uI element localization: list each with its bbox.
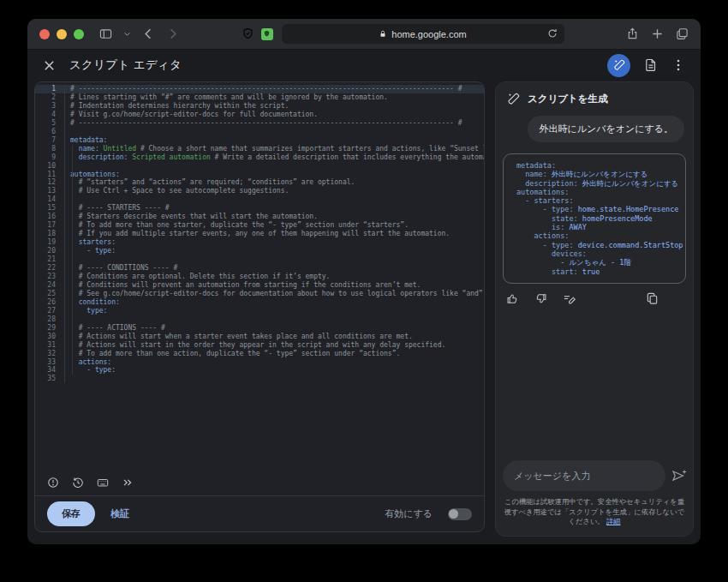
enable-toggle[interactable] (448, 508, 472, 520)
code-text (65, 162, 75, 171)
line-number: 29 (35, 324, 64, 333)
copy-icon[interactable] (646, 292, 659, 305)
line-number: 35 (35, 375, 64, 383)
code-line: start: true (511, 267, 677, 276)
code-line: 4# Visit g.co/home/script-editor-docs fo… (35, 111, 484, 119)
assistant-header: スクリプトを生成 (496, 82, 693, 111)
code-text: # Actions will start when a starter even… (65, 333, 413, 341)
close-icon[interactable] (43, 59, 56, 72)
code-line: automations: (511, 188, 677, 196)
code-text: # ---- CONDITIONS ---- # (65, 264, 177, 273)
code-line: 28 (35, 315, 484, 324)
code-text: - type: home.state.HomePresence (511, 205, 678, 213)
code-text (65, 255, 75, 264)
back-icon[interactable] (142, 27, 155, 40)
shield-icon[interactable] (242, 27, 254, 40)
editor-footer: 保存 検証 有効にする (35, 496, 484, 531)
line-number: 7 (35, 136, 64, 145)
line-number: 22 (35, 264, 64, 273)
lock-icon (379, 29, 387, 39)
code-line: 32 # To add more than one action, duplic… (35, 350, 484, 358)
code-line: 5# -------------------------------------… (35, 119, 484, 128)
indent-guide (72, 145, 73, 375)
code-line: 24 # Conditions will prevent an automati… (35, 281, 484, 290)
spacer (496, 305, 693, 460)
save-button[interactable]: 保存 (47, 501, 95, 526)
keyboard-icon[interactable] (97, 477, 109, 489)
code-text: automations: (511, 188, 569, 196)
disclaimer-body: この機能は試験運用中です。安全性やセキュリティを重視すべき用途では「スクリプトを… (504, 497, 685, 525)
address-area: home.google.com (179, 24, 626, 44)
code-text: # Conditions will prevent an automation … (65, 281, 421, 290)
editor-toolbar (35, 470, 484, 495)
line-number: 14 (35, 195, 64, 204)
send-spark-icon[interactable] (671, 468, 687, 483)
thumb-down-icon[interactable] (534, 292, 547, 305)
code-line: 13 # Use Ctrl + Space to see autocomplet… (35, 187, 484, 195)
line-number: 1 (35, 85, 64, 93)
message-input[interactable] (503, 460, 665, 491)
toolbar-right (626, 27, 689, 40)
code-line: 29 # ---- ACTIONS ---- # (35, 324, 484, 333)
code-text (65, 195, 75, 204)
line-number: 3 (35, 102, 64, 111)
url-bar[interactable]: home.google.com (282, 24, 564, 44)
code-line: 12 # “starters” and “actions” are requir… (35, 178, 484, 187)
generate-script-button[interactable] (607, 54, 630, 77)
code-text: name: Untitled # Choose a short name tha… (65, 145, 484, 153)
code-line: 35 (35, 375, 484, 383)
code-line: 19 starters: (35, 238, 484, 247)
code-text: automations: (65, 171, 120, 179)
code-line: description: 外出時にルンバをオンにする (511, 179, 677, 188)
line-number: 20 (35, 247, 64, 255)
minimize-window-button[interactable] (57, 29, 67, 39)
code-text: metadata: (511, 161, 556, 170)
line-number: 28 (35, 315, 64, 324)
page-title: スクリプト エディタ (69, 57, 182, 73)
app-header: スクリプト エディタ (27, 50, 701, 81)
code-text: # Indentation determines hierarchy withi… (65, 102, 289, 111)
chevron-down-icon[interactable] (123, 27, 131, 40)
zoom-window-button[interactable] (74, 29, 84, 39)
tabs-icon[interactable] (676, 27, 689, 40)
document-icon[interactable] (644, 58, 658, 72)
edit-note-icon[interactable] (563, 292, 576, 305)
learn-more-link[interactable]: 詳細 (606, 517, 621, 525)
close-window-button[interactable] (39, 29, 50, 39)
new-tab-icon[interactable] (651, 27, 664, 40)
error-circle-icon[interactable] (47, 477, 59, 489)
code-line: 3# Indentation determines hierarchy with… (35, 102, 484, 111)
double-chevron-icon[interactable] (122, 477, 134, 489)
code-line: 33 actions: (35, 358, 484, 367)
line-number: 11 (35, 171, 64, 179)
code-line: 34 - type: (35, 366, 484, 375)
code-text: # To add more than one starter, duplicat… (65, 221, 409, 230)
code-text: state: homePresenceMode (511, 214, 653, 223)
code-line: 30 # Actions will start when a starter e… (35, 333, 484, 341)
line-number: 15 (35, 204, 64, 213)
traffic-lights (39, 29, 84, 39)
history-icon[interactable] (72, 477, 84, 489)
green-shield-badge[interactable] (261, 28, 273, 40)
code-text: condition: (65, 298, 120, 307)
validate-button[interactable]: 検証 (110, 507, 129, 520)
share-icon[interactable] (626, 27, 639, 40)
code-line: 7metadata: (35, 136, 484, 145)
code-line: 10 (35, 162, 484, 171)
code-text: start: true (511, 267, 600, 276)
line-number: 32 (35, 350, 64, 358)
line-number: 24 (35, 281, 64, 290)
code-text (65, 128, 75, 136)
kebab-menu-icon[interactable] (671, 58, 685, 72)
user-message-bubble: 外出時にルンバをオンにする。 (528, 116, 684, 142)
code-line: 27 type: (35, 307, 484, 315)
chat-row: 外出時にルンバをオンにする。 (496, 111, 693, 142)
code-editor[interactable]: 1# -------------------------------------… (35, 82, 484, 470)
code-line: 22 # ---- CONDITIONS ---- # (35, 264, 484, 273)
reload-icon[interactable] (546, 27, 558, 39)
code-text: # See g.co/home/script-editor-docs for d… (65, 290, 484, 298)
line-number: 27 (35, 307, 64, 315)
sidebar-icon[interactable] (99, 27, 112, 40)
code-line: 14 (35, 195, 484, 204)
thumb-up-icon[interactable] (506, 292, 519, 305)
